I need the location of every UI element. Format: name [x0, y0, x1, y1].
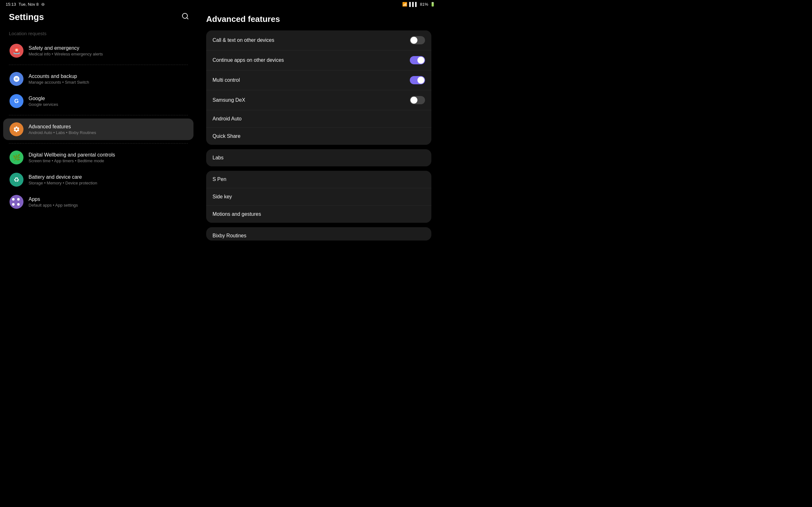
google-title: Google [29, 96, 187, 101]
toggle-samsung-dex[interactable] [410, 96, 425, 104]
battery-subtitle: Storage • Memory • Device protection [29, 181, 187, 185]
apps-title: Apps [29, 196, 187, 202]
toggle-multi-control[interactable] [410, 76, 425, 84]
search-button[interactable] [180, 11, 190, 23]
divider-1 [9, 65, 188, 65]
card-item-samsung-dex[interactable]: Samsung DeX [206, 90, 432, 110]
card-item-multi-control[interactable]: Multi control [206, 70, 432, 90]
battery-care-icon: ♻ [9, 173, 23, 187]
toggle-knob [417, 57, 424, 64]
battery-title: Battery and device care [29, 174, 187, 180]
card-bixby: Bixby Routines [206, 227, 432, 240]
toggle-knob [417, 77, 424, 83]
card-labs: Labs [206, 149, 432, 166]
svg-line-1 [187, 18, 188, 19]
toggle-knob [410, 37, 417, 44]
card-item-quick-share[interactable]: Quick Share [206, 128, 432, 145]
wellbeing-icon: 🌿 [9, 151, 23, 164]
toggle-call-text[interactable] [410, 36, 425, 44]
notification-icon: ⊖ [41, 2, 45, 7]
card-item-android-auto[interactable]: Android Auto [206, 110, 432, 128]
google-icon: G [9, 94, 23, 108]
left-header: Settings [0, 8, 197, 29]
card-item-call-text[interactable]: Call & text on other devices [206, 31, 432, 50]
faded-location-item: Location requests [0, 29, 197, 39]
card-connectivity: Call & text on other devices Continue ap… [206, 31, 432, 145]
sidebar-item-apps[interactable]: Apps Default apps • App settings [3, 191, 194, 213]
battery-icon: 🔋 [430, 2, 435, 7]
accounts-subtitle: Manage accounts • Smart Switch [29, 80, 187, 84]
card-hardware: S Pen Side key Motions and gestures [206, 171, 432, 223]
apps-icon [9, 195, 23, 209]
sidebar-item-safety[interactable]: 🚨 Safety and emergency Medical info • Wi… [3, 40, 194, 61]
sidebar-item-google[interactable]: G Google Google services [3, 90, 194, 112]
status-right: 📶 ▌▌▌ 81% 🔋 [402, 2, 435, 7]
sidebar-item-battery[interactable]: ♻ Battery and device care Storage • Memo… [3, 169, 194, 190]
time: 15:13 [6, 2, 16, 7]
apps-subtitle: Default apps • App settings [29, 203, 187, 208]
divider-3 [9, 143, 188, 144]
sidebar-item-advanced[interactable]: Advanced features Android Auto • Labs • … [3, 118, 194, 140]
safety-icon: 🚨 [9, 44, 23, 58]
card-item-labs[interactable]: Labs [206, 149, 432, 166]
right-panel: Advanced features Call & text on other d… [197, 8, 441, 276]
left-panel: Settings Location requests 🚨 Safety and … [0, 8, 197, 276]
divider-2 [9, 115, 188, 115]
signal-icon: ▌▌▌ [409, 2, 418, 7]
google-subtitle: Google services [29, 102, 187, 107]
safety-subtitle: Medical info • Wireless emergency alerts [29, 52, 187, 56]
toggle-knob [410, 97, 417, 104]
card-item-continue-apps[interactable]: Continue apps on other devices [206, 50, 432, 70]
safety-title: Safety and emergency [29, 45, 187, 51]
sidebar-item-accounts[interactable]: Accounts and backup Manage accounts • Sm… [3, 68, 194, 90]
advanced-icon [9, 122, 23, 136]
sidebar-item-wellbeing[interactable]: 🌿 Digital Wellbeing and parental control… [3, 147, 194, 168]
wellbeing-subtitle: Screen time • App timers • Bedtime mode [29, 158, 187, 163]
status-left: 15:13 Tue, Nov 8 ⊖ [6, 2, 45, 7]
page-title: Settings [9, 12, 44, 22]
accounts-icon [9, 72, 23, 86]
battery-level: 81% [420, 2, 428, 7]
date: Tue, Nov 8 [19, 2, 39, 7]
right-panel-title: Advanced features [206, 11, 432, 31]
wellbeing-title: Digital Wellbeing and parental controls [29, 152, 187, 158]
card-item-motions[interactable]: Motions and gestures [206, 206, 432, 223]
toggle-continue-apps[interactable] [410, 56, 425, 64]
wifi-icon: 📶 [402, 2, 407, 7]
main-layout: Settings Location requests 🚨 Safety and … [0, 8, 441, 276]
advanced-subtitle: Android Auto • Labs • Bixby Routines [29, 130, 187, 135]
accounts-title: Accounts and backup [29, 73, 187, 79]
status-bar: 15:13 Tue, Nov 8 ⊖ 📶 ▌▌▌ 81% 🔋 [0, 0, 441, 8]
advanced-title: Advanced features [29, 124, 187, 130]
card-item-bixby[interactable]: Bixby Routines [206, 227, 432, 240]
card-item-side-key[interactable]: Side key [206, 188, 432, 206]
card-item-spen[interactable]: S Pen [206, 171, 432, 188]
